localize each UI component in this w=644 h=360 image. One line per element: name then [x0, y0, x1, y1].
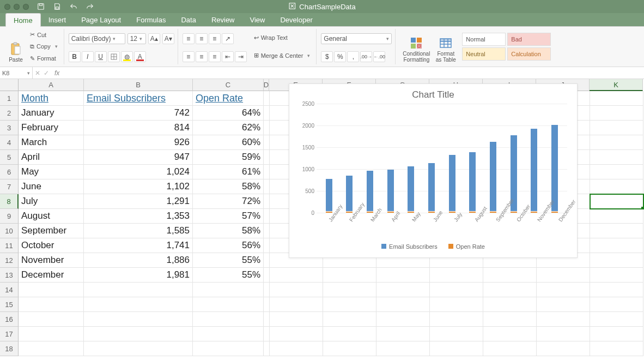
cell-C8[interactable]: 72% — [193, 194, 264, 209]
row-header-2[interactable]: 2 — [0, 106, 19, 121]
qat-autosave-icon[interactable] — [37, 2, 45, 11]
fill-color-button[interactable]: ◍ — [121, 51, 133, 62]
cell-C13[interactable]: 55% — [193, 268, 264, 283]
cell-C15[interactable] — [193, 297, 264, 312]
align-right-button[interactable]: ≡ — [209, 51, 221, 62]
wrap-text-button[interactable]: ↩Wrap Text — [251, 33, 313, 43]
merge-center-button[interactable]: ⊞Merge & Center▾ — [251, 51, 313, 60]
cell-D4[interactable] — [264, 135, 270, 150]
chart-bar-may[interactable] — [406, 166, 416, 213]
cell-A18[interactable] — [19, 341, 84, 356]
cell-K9[interactable] — [590, 209, 643, 224]
select-all-corner[interactable] — [0, 79, 19, 91]
cell-K12[interactable] — [590, 253, 643, 268]
italic-button[interactable]: I — [82, 51, 94, 62]
cell-K3[interactable] — [590, 121, 643, 135]
decrease-decimal-button[interactable]: ←.00 — [373, 51, 385, 62]
row-header-1[interactable]: 1 — [0, 91, 19, 106]
cell-G13[interactable] — [376, 268, 430, 283]
row-header-11[interactable]: 11 — [0, 238, 19, 253]
row-header-14[interactable]: 14 — [0, 283, 19, 297]
tab-developer[interactable]: Developer — [272, 13, 320, 26]
chart-bar-january[interactable] — [324, 179, 334, 213]
font-size-select[interactable]: 12▾ — [127, 33, 146, 44]
cell-A14[interactable] — [19, 283, 84, 297]
qat-save-icon[interactable] — [53, 2, 62, 11]
cell-B1[interactable]: Email Subscribers — [84, 91, 193, 106]
cell-K7[interactable] — [590, 179, 643, 194]
cell-A10[interactable]: September — [19, 224, 84, 238]
cell-G17[interactable] — [376, 327, 430, 341]
cell-K14[interactable] — [590, 283, 643, 297]
chart-bar-august[interactable] — [467, 152, 477, 213]
font-name-select[interactable]: Calibri (Body)▾ — [69, 33, 125, 44]
cell-B12[interactable]: 1,886 — [84, 253, 193, 268]
cell-D8[interactable] — [264, 194, 270, 209]
align-center-button[interactable]: ≡ — [196, 51, 208, 62]
cell-C12[interactable]: 55% — [193, 253, 264, 268]
cell-G18[interactable] — [376, 341, 430, 356]
cell-G14[interactable] — [376, 283, 430, 297]
cell-C7[interactable]: 58% — [193, 179, 264, 194]
cell-A5[interactable]: April — [19, 150, 84, 165]
tab-page-layout[interactable]: Page Layout — [74, 13, 129, 26]
cell-J16[interactable] — [537, 312, 590, 327]
cell-D16[interactable] — [264, 312, 270, 327]
cell-K10[interactable] — [590, 224, 643, 238]
cell-H16[interactable] — [430, 312, 483, 327]
chart-bar-april[interactable] — [386, 170, 396, 213]
align-left-button[interactable]: ≡ — [183, 51, 195, 62]
chart-bar-march[interactable] — [365, 171, 375, 213]
borders-button[interactable] — [108, 51, 120, 62]
cell-F14[interactable] — [323, 283, 376, 297]
cell-I14[interactable] — [483, 283, 537, 297]
cell-A11[interactable]: October — [19, 238, 84, 253]
cell-I15[interactable] — [483, 297, 537, 312]
tab-review[interactable]: Review — [204, 13, 242, 26]
name-box[interactable]: K8▾ — [0, 67, 33, 79]
cell-B7[interactable]: 1,102 — [84, 179, 193, 194]
cancel-formula-icon[interactable]: ✕ — [35, 69, 40, 77]
worksheet[interactable]: ABCDEFGHIJK 1MonthEmail SubscribersOpen … — [0, 79, 644, 356]
cell-K1[interactable] — [590, 91, 643, 106]
cell-C10[interactable]: 58% — [193, 224, 264, 238]
cell-K11[interactable] — [590, 238, 643, 253]
column-header-B[interactable]: B — [84, 79, 193, 91]
row-header-18[interactable]: 18 — [0, 341, 19, 356]
decrease-indent-button[interactable]: ⇤ — [222, 51, 234, 62]
chart-bar-february[interactable] — [344, 176, 354, 213]
row-header-3[interactable]: 3 — [0, 121, 19, 135]
cell-C18[interactable] — [193, 341, 264, 356]
cell-G15[interactable] — [376, 297, 430, 312]
cell-K17[interactable] — [590, 327, 643, 341]
chart-title[interactable]: Chart Title — [297, 89, 569, 100]
row-header-5[interactable]: 5 — [0, 150, 19, 165]
cell-H15[interactable] — [430, 297, 483, 312]
conditional-formatting-button[interactable]: Conditional Formatting — [400, 29, 433, 64]
chart-bar-june[interactable] — [427, 163, 436, 213]
cell-B5[interactable]: 947 — [84, 150, 193, 165]
cell-K15[interactable] — [590, 297, 643, 312]
cell-K8[interactable] — [590, 194, 643, 209]
cell-C14[interactable] — [193, 283, 264, 297]
cell-B8[interactable]: 1,291 — [84, 194, 193, 209]
cell-K6[interactable] — [590, 165, 643, 179]
cell-K2[interactable] — [590, 106, 643, 121]
cell-A8[interactable]: July — [19, 194, 84, 209]
row-header-7[interactable]: 7 — [0, 179, 19, 194]
cell-D5[interactable] — [264, 150, 270, 165]
row-header-4[interactable]: 4 — [0, 135, 19, 150]
cell-B6[interactable]: 1,024 — [84, 165, 193, 179]
cell-A9[interactable]: August — [19, 209, 84, 224]
cell-J15[interactable] — [537, 297, 590, 312]
cell-style-normal[interactable]: Normal — [462, 33, 506, 46]
row-header-9[interactable]: 9 — [0, 209, 19, 224]
cell-D1[interactable] — [264, 91, 270, 106]
tab-insert[interactable]: Insert — [41, 13, 74, 26]
row-header-17[interactable]: 17 — [0, 327, 19, 341]
cell-D12[interactable] — [264, 253, 270, 268]
align-bottom-button[interactable]: ≡ — [209, 33, 221, 44]
chart-plot-area[interactable]: 05001000150020002500 — [317, 104, 567, 213]
cell-C5[interactable]: 59% — [193, 150, 264, 165]
comma-button[interactable]: , — [347, 51, 359, 62]
